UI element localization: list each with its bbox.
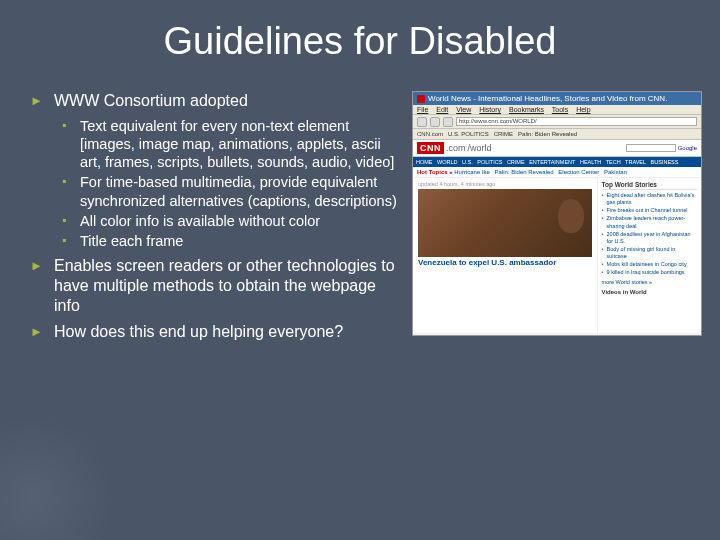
- bookmark-item: CNN.com: [417, 131, 443, 137]
- background-decoration: [0, 400, 130, 540]
- menu-item: Edit: [436, 106, 448, 113]
- menu-item: History: [479, 106, 501, 113]
- side-item: Eight dead after clashes hit Bolivia's g…: [602, 192, 697, 206]
- cnn-logo-sub: .com: [446, 143, 466, 153]
- sub-bullet-list: Text equivalent for every non-text eleme…: [54, 117, 400, 250]
- nav-item: CRIME: [507, 159, 525, 165]
- text-column: WWW Consortium adopted Text equivalent f…: [30, 91, 400, 348]
- bullet-item: Enables screen readers or other technolo…: [30, 256, 400, 316]
- browser-toolbar: http://www.cnn.com/WORLD/: [413, 115, 701, 129]
- sub-bullet-item: For time-based multimedia, provide equiv…: [62, 173, 400, 209]
- search-provider: Google: [678, 145, 697, 151]
- cnn-logo: CNN .com /world: [417, 142, 492, 154]
- search-box: [626, 144, 676, 152]
- menu-item: Help: [576, 106, 590, 113]
- nav-item: TRAVEL: [625, 159, 646, 165]
- bookmark-item: Palin: Biden Revealed: [518, 131, 577, 137]
- sub-bullet-item: Title each frame: [62, 232, 400, 250]
- nav-item: TECH: [606, 159, 621, 165]
- side-title: Top World Stories: [602, 181, 697, 190]
- slide-title: Guidelines for Disabled: [30, 20, 690, 63]
- menu-item: Tools: [552, 106, 568, 113]
- nav-item: POLITICS: [477, 159, 502, 165]
- nav-item: HEALTH: [580, 159, 601, 165]
- cnn-header: CNN .com /world Google: [413, 140, 701, 157]
- favicon-icon: [417, 95, 425, 103]
- nav-item: ENTERTAINMENT: [529, 159, 575, 165]
- bookmark-item: U.S. POLITICS: [448, 131, 489, 137]
- browser-menubar: File Edit View History Bookmarks Tools H…: [413, 105, 701, 115]
- nav-item: BUSINESS: [651, 159, 679, 165]
- nav-item: U.S.: [462, 159, 473, 165]
- menu-item: File: [417, 106, 428, 113]
- side-item: Zimbabwe leaders reach power-sharing dea…: [602, 215, 697, 229]
- forward-button-icon: [430, 117, 440, 127]
- hot-item: Palin: Biden Revealed: [495, 169, 554, 175]
- browser-screenshot: World News - International Headlines, St…: [412, 91, 702, 336]
- sub-bullet-item: All color info is available without colo…: [62, 212, 400, 230]
- bookmark-item: CRIME: [494, 131, 513, 137]
- bullet-list: WWW Consortium adopted Text equivalent f…: [30, 91, 400, 342]
- side-more-link: more World stories »: [602, 279, 697, 285]
- image-column: World News - International Headlines, St…: [412, 91, 702, 348]
- cnn-main: updated 4 hours, 4 minutes ago Venezuela…: [413, 178, 597, 333]
- sub-bullet-item: Text equivalent for every non-text eleme…: [62, 117, 400, 171]
- cnn-nav: HOME WORLD U.S. POLITICS CRIME ENTERTAIN…: [413, 157, 701, 167]
- back-button-icon: [417, 117, 427, 127]
- nav-item: HOME: [416, 159, 433, 165]
- side-list: Eight dead after clashes hit Bolivia's g…: [602, 192, 697, 277]
- cnn-body: updated 4 hours, 4 minutes ago Venezuela…: [413, 178, 701, 333]
- side-item: Body of missing girl found in suitcase: [602, 246, 697, 260]
- updated-text: updated 4 hours, 4 minutes ago: [418, 181, 592, 187]
- hot-label: Hot Topics »: [417, 169, 453, 175]
- cnn-sidebar: Top World Stories Eight dead after clash…: [597, 178, 701, 333]
- bookmarks-bar: CNN.com U.S. POLITICS CRIME Palin: Biden…: [413, 129, 701, 140]
- window-title: World News - International Headlines, St…: [428, 94, 667, 103]
- nav-item: WORLD: [437, 159, 457, 165]
- bullet-text: Enables screen readers or other technolo…: [54, 257, 395, 314]
- hot-item: Pakistan: [604, 169, 627, 175]
- hot-item: Hurricane Ike: [454, 169, 490, 175]
- side-item: Mobs kill detainees in Congo city: [602, 261, 697, 268]
- browser-titlebar: World News - International Headlines, St…: [413, 92, 701, 105]
- cnn-logo-box: CNN: [417, 142, 444, 154]
- cnn-section: /world: [468, 143, 492, 153]
- bullet-text: WWW Consortium adopted: [54, 92, 248, 109]
- bullet-text: How does this end up helping everyone?: [54, 323, 343, 340]
- hot-item: Election Center: [558, 169, 599, 175]
- lead-photo: [418, 189, 592, 257]
- slide: Guidelines for Disabled WWW Consortium a…: [0, 0, 720, 368]
- side-item: 9 killed in Iraq suicide bombings: [602, 269, 697, 276]
- page-content: CNN .com /world Google HOME WORLD U.S.: [413, 140, 701, 333]
- menu-item: View: [456, 106, 471, 113]
- side-item: 2008 deadliest year in Afghanistan for U…: [602, 231, 697, 245]
- reload-button-icon: [443, 117, 453, 127]
- cnn-search: Google: [626, 144, 697, 152]
- bullet-item: How does this end up helping everyone?: [30, 322, 400, 342]
- menu-item: Bookmarks: [509, 106, 544, 113]
- bullet-item: WWW Consortium adopted Text equivalent f…: [30, 91, 400, 250]
- side-item: Fire breaks out in Channel tunnel: [602, 207, 697, 214]
- content-wrapper: WWW Consortium adopted Text equivalent f…: [30, 91, 690, 348]
- cnn-hot-topics: Hot Topics » Hurricane Ike Palin: Biden …: [413, 167, 701, 178]
- videos-title: Videos in World: [602, 289, 697, 295]
- lead-headline: Venezuela to expel U.S. ambassador: [418, 259, 592, 268]
- url-bar: http://www.cnn.com/WORLD/: [456, 117, 697, 126]
